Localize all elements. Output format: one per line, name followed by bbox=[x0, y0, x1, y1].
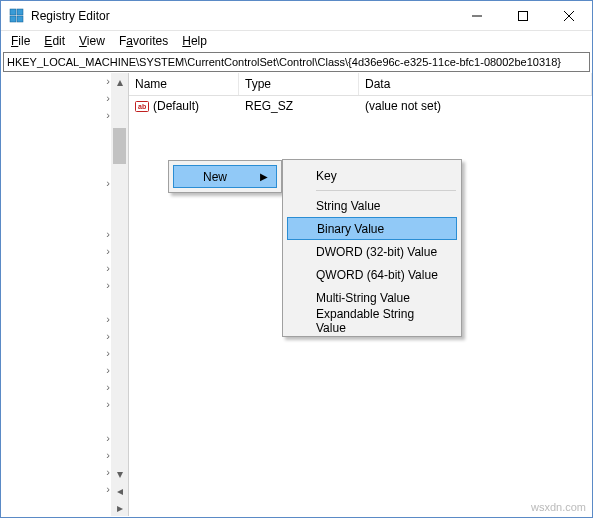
column-name[interactable]: Name bbox=[129, 73, 239, 95]
chevron-right-icon: › bbox=[106, 347, 110, 359]
column-type[interactable]: Type bbox=[239, 73, 359, 95]
chevron-right-icon: › bbox=[106, 177, 110, 189]
chevron-right-icon: › bbox=[106, 483, 110, 495]
svg-rect-3 bbox=[17, 16, 23, 22]
chevron-right-icon: › bbox=[106, 92, 110, 104]
context-submenu-new: Key String Value Binary Value DWORD (32-… bbox=[282, 159, 462, 337]
tree-item[interactable]: › bbox=[40, 328, 110, 345]
svg-rect-2 bbox=[10, 16, 16, 22]
value-data: (value not set) bbox=[359, 99, 592, 113]
svg-rect-1 bbox=[17, 9, 23, 15]
tree-item[interactable]: › bbox=[40, 226, 110, 243]
menu-file[interactable]: File bbox=[5, 33, 36, 49]
tree-item[interactable] bbox=[40, 209, 110, 226]
ctx-binary-value[interactable]: Binary Value bbox=[287, 217, 457, 240]
tree-scrollbar[interactable]: ▴ ▾ ◂ ▸ bbox=[111, 73, 128, 516]
svg-rect-0 bbox=[10, 9, 16, 15]
ctx-key[interactable]: Key bbox=[286, 164, 458, 187]
scroll-right-icon[interactable]: ▸ bbox=[111, 499, 128, 516]
scroll-down-icon[interactable]: ▾ bbox=[111, 465, 128, 482]
chevron-right-icon: › bbox=[106, 262, 110, 274]
chevron-right-icon: › bbox=[106, 466, 110, 478]
tree-item[interactable]: › bbox=[40, 345, 110, 362]
close-button[interactable] bbox=[546, 1, 592, 31]
tree-item[interactable]: › bbox=[40, 362, 110, 379]
column-data[interactable]: Data bbox=[359, 73, 592, 95]
minimize-button[interactable] bbox=[454, 1, 500, 31]
tree-item[interactable]: › bbox=[40, 260, 110, 277]
tree-item[interactable] bbox=[40, 141, 110, 158]
tree-item[interactable] bbox=[40, 158, 110, 175]
tree-item[interactable]: › bbox=[40, 464, 110, 481]
chevron-right-icon: › bbox=[106, 75, 110, 87]
tree-item[interactable]: › bbox=[40, 447, 110, 464]
menu-bar: File Edit View Favorites Help bbox=[1, 31, 592, 51]
tree-pane: › › › › › › › › › › › › › › › › › › bbox=[1, 73, 129, 516]
tree-item[interactable] bbox=[40, 294, 110, 311]
tree-item[interactable] bbox=[40, 413, 110, 430]
scroll-up-icon[interactable]: ▴ bbox=[111, 73, 128, 90]
tree-item[interactable] bbox=[40, 192, 110, 209]
chevron-right-icon: › bbox=[106, 398, 110, 410]
tree-item[interactable] bbox=[40, 124, 110, 141]
tree-item[interactable]: › bbox=[40, 396, 110, 413]
value-type: REG_SZ bbox=[239, 99, 359, 113]
separator bbox=[316, 190, 456, 191]
chevron-right-icon: › bbox=[106, 364, 110, 376]
menu-help[interactable]: Help bbox=[176, 33, 213, 49]
title-bar: Registry Editor bbox=[1, 1, 592, 31]
ctx-expandstring-value[interactable]: Expandable String Value bbox=[286, 309, 458, 332]
tree-item[interactable]: › bbox=[40, 107, 110, 124]
watermark: wsxdn.com bbox=[531, 501, 586, 513]
window-title: Registry Editor bbox=[31, 9, 454, 23]
tree-item[interactable]: › bbox=[40, 175, 110, 192]
chevron-right-icon: › bbox=[106, 279, 110, 291]
ctx-new[interactable]: New ▶ bbox=[173, 165, 277, 188]
value-row[interactable]: ab (Default) REG_SZ (value not set) bbox=[129, 96, 592, 116]
submenu-arrow-icon: ▶ bbox=[260, 171, 268, 182]
chevron-right-icon: › bbox=[106, 330, 110, 342]
app-icon bbox=[9, 8, 25, 24]
tree-item[interactable]: › bbox=[40, 90, 110, 107]
column-headers: Name Type Data bbox=[129, 73, 592, 96]
tree-item[interactable]: › bbox=[40, 73, 110, 90]
tree-item[interactable]: › bbox=[40, 481, 110, 498]
ctx-qword-value[interactable]: QWORD (64-bit) Value bbox=[286, 263, 458, 286]
chevron-right-icon: › bbox=[106, 313, 110, 325]
menu-favorites[interactable]: Favorites bbox=[113, 33, 174, 49]
address-bar[interactable]: HKEY_LOCAL_MACHINE\SYSTEM\CurrentControl… bbox=[3, 52, 590, 72]
chevron-right-icon: › bbox=[106, 432, 110, 444]
tree-item[interactable]: › bbox=[40, 277, 110, 294]
svg-text:ab: ab bbox=[138, 103, 146, 110]
string-value-icon: ab bbox=[135, 99, 149, 113]
chevron-right-icon: › bbox=[106, 245, 110, 257]
value-name: (Default) bbox=[153, 99, 199, 113]
tree-item[interactable]: › bbox=[40, 243, 110, 260]
ctx-dword-value[interactable]: DWORD (32-bit) Value bbox=[286, 240, 458, 263]
tree-item[interactable]: › bbox=[40, 379, 110, 396]
menu-view[interactable]: View bbox=[73, 33, 111, 49]
tree-item[interactable]: › bbox=[40, 430, 110, 447]
svg-rect-5 bbox=[519, 11, 528, 20]
ctx-string-value[interactable]: String Value bbox=[286, 194, 458, 217]
menu-edit[interactable]: Edit bbox=[38, 33, 71, 49]
chevron-right-icon: › bbox=[106, 449, 110, 461]
scroll-left-icon[interactable]: ◂ bbox=[111, 482, 128, 499]
context-menu: New ▶ bbox=[168, 160, 282, 193]
value-name-cell: ab (Default) bbox=[129, 99, 239, 113]
chevron-right-icon: › bbox=[106, 381, 110, 393]
tree-item[interactable]: › bbox=[40, 311, 110, 328]
tree-items[interactable]: › › › › › › › › › › › › › › › › › › bbox=[40, 73, 110, 498]
scroll-thumb[interactable] bbox=[113, 128, 126, 164]
maximize-button[interactable] bbox=[500, 1, 546, 31]
ctx-new-label: New bbox=[203, 170, 227, 184]
chevron-right-icon: › bbox=[106, 109, 110, 121]
chevron-right-icon: › bbox=[106, 228, 110, 240]
